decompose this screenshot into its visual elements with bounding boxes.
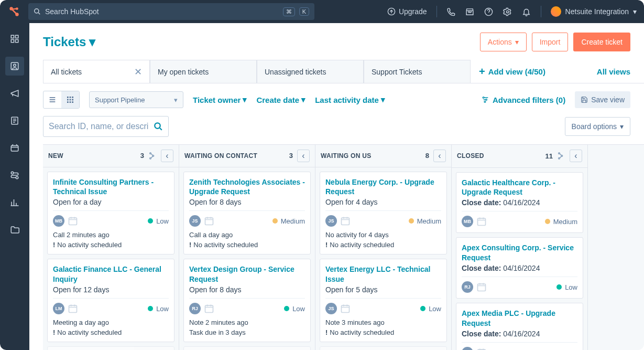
close-icon[interactable]: ✕ — [134, 66, 142, 78]
ticket-title[interactable]: Nebula Energy Corp. - Upgrade Request — [325, 177, 441, 197]
bell-icon[interactable] — [522, 7, 531, 16]
svg-point-32 — [150, 157, 151, 159]
priority-dot — [545, 219, 550, 224]
priority: Low — [420, 305, 441, 313]
nav-reporting-icon[interactable] — [5, 193, 24, 212]
calendar-icon[interactable] — [68, 303, 78, 314]
board-view-button[interactable] — [61, 91, 79, 108]
actions-button[interactable]: Actions▾ — [480, 33, 527, 51]
board-options-button[interactable]: Board options ▾ — [565, 117, 630, 136]
nav-content-icon[interactable] — [5, 111, 24, 130]
calendar-icon[interactable] — [340, 303, 351, 314]
save-view-button[interactable]: Save view — [575, 91, 630, 108]
upgrade-button[interactable]: Upgrade — [387, 7, 427, 16]
settings-icon[interactable] — [503, 7, 512, 16]
owner-avatar[interactable]: MB — [462, 216, 473, 227]
global-search[interactable]: ⌘ K — [28, 3, 314, 20]
import-button[interactable]: Import — [532, 33, 569, 51]
view-tab[interactable]: Unassigned tickets — [257, 60, 364, 83]
nav-library-icon[interactable] — [5, 220, 24, 239]
list-view-button[interactable] — [43, 91, 61, 108]
view-tab[interactable]: Support Tickets — [364, 60, 471, 83]
svg-point-15 — [11, 172, 14, 174]
owner-avatar[interactable]: JS — [325, 303, 337, 314]
create-date-filter[interactable]: Create date▾ — [256, 95, 305, 104]
last-activity-filter[interactable]: Last activity date▾ — [315, 95, 385, 104]
nav-automation-icon[interactable] — [5, 166, 24, 185]
ticket-card[interactable]: Galactic Manufacturing — [320, 346, 447, 350]
calendar-icon[interactable] — [68, 216, 78, 226]
calendar-icon[interactable] — [204, 216, 214, 226]
nav-commerce-icon[interactable] — [5, 139, 24, 157]
ticket-owner-filter[interactable]: Ticket owner▾ — [193, 95, 247, 104]
ticket-card[interactable]: Vertex Energy LLC - Technical IssueOpen … — [320, 259, 447, 342]
create-ticket-button[interactable]: Create ticket — [573, 33, 630, 51]
ticket-title[interactable]: Apex Media PLC - Upgrade Request — [462, 309, 577, 328]
owner-avatar[interactable]: RJ — [462, 281, 473, 293]
all-views-link[interactable]: All views — [597, 67, 630, 76]
ticket-card[interactable]: Galactic Finance LLC - General InquiryOp… — [47, 259, 174, 342]
page-title-dropdown[interactable]: Tickets ▾ — [43, 35, 95, 49]
account-menu[interactable]: Netsuite Integration ▾ — [551, 6, 637, 17]
calendar-icon[interactable] — [476, 347, 487, 350]
collapse-button[interactable]: ‹ — [433, 150, 446, 162]
ticket-title[interactable]: Apex Consulting Corp. - Service Request — [462, 243, 577, 263]
add-view-button[interactable]: +Add view (4/50) — [479, 66, 545, 78]
view-toggle — [43, 91, 80, 109]
owner-avatar[interactable]: MG — [462, 347, 473, 350]
column-count: 11 — [545, 152, 553, 160]
nav-bookmarks-icon[interactable] — [5, 29, 24, 48]
priority: Low — [148, 217, 169, 225]
marketplace-icon[interactable] — [465, 7, 475, 16]
advanced-filters-button[interactable]: Advanced filters (0) — [481, 96, 565, 104]
nav-crm-icon[interactable] — [5, 57, 24, 76]
calendar-icon[interactable] — [476, 282, 487, 292]
owner-avatar[interactable]: MB — [53, 215, 64, 227]
view-tab[interactable]: All tickets✕ — [43, 60, 150, 83]
ticket-card[interactable]: Vertex Design Group - Service RequestOpe… — [183, 259, 311, 342]
ticket-title[interactable]: Vertex Energy LLC - Technical Issue — [325, 264, 441, 284]
owner-avatar[interactable]: RJ — [189, 303, 201, 314]
ticket-card[interactable]: Nebula Energy Corp. - Upgrade RequestOpe… — [320, 172, 447, 255]
ticket-card[interactable]: Quantum Technologies Inc. - — [47, 346, 174, 350]
owner-avatar[interactable]: JS — [189, 215, 201, 227]
ticket-subtitle: Open for 5 days — [325, 285, 441, 294]
ticket-card[interactable]: Pioneer Energy Associates - — [183, 346, 311, 350]
ticket-title[interactable]: Galactic Finance LLC - General Inquiry — [53, 264, 169, 284]
calendar-icon[interactable] — [204, 303, 214, 314]
collapse-button[interactable]: ‹ — [297, 150, 310, 162]
board-search-input[interactable] — [49, 122, 148, 131]
ticket-card[interactable]: Galactic Healthcare Corp. - Upgrade Requ… — [456, 172, 583, 234]
ticket-card[interactable]: Apex Media PLC - Upgrade RequestClose da… — [456, 303, 583, 350]
nav-marketing-icon[interactable] — [5, 84, 24, 103]
ticket-card[interactable]: Infinite Consulting Partners - Technical… — [47, 172, 174, 255]
no-activity-scheduled: ! No activity scheduled — [189, 241, 305, 249]
no-activity-scheduled: ! No activity scheduled — [325, 241, 441, 249]
hubspot-logo-icon[interactable] — [7, 5, 21, 18]
ticket-title[interactable]: Zenith Technologies Associates - Upgrade… — [189, 177, 305, 197]
svg-rect-37 — [342, 218, 350, 225]
owner-avatar[interactable]: LM — [53, 303, 64, 314]
board-search[interactable] — [43, 116, 169, 137]
calendar-icon[interactable] — [340, 216, 351, 226]
collapse-button[interactable]: ‹ — [570, 150, 582, 162]
owner-avatar[interactable]: JS — [325, 215, 337, 227]
sort-icon[interactable] — [148, 152, 157, 160]
ticket-title[interactable]: Vertex Design Group - Service Request — [189, 264, 305, 284]
svg-rect-20 — [67, 99, 69, 101]
ticket-title[interactable]: Infinite Consulting Partners - Technical… — [53, 177, 169, 197]
ticket-card[interactable]: Apex Consulting Corp. - Service RequestC… — [456, 237, 583, 299]
view-tab[interactable]: My open tickets — [150, 60, 257, 83]
ticket-card[interactable]: Zenith Technologies Associates - Upgrade… — [183, 172, 311, 255]
help-icon[interactable] — [484, 7, 494, 16]
phone-icon[interactable] — [446, 7, 456, 16]
collapse-button[interactable]: ‹ — [161, 150, 173, 162]
pipeline-select[interactable]: Support Pipeline — [89, 91, 183, 108]
board-column: WAITING ON CONTACT3‹Zenith Technologies … — [179, 145, 315, 350]
last-activity: Call a day ago — [189, 231, 305, 239]
chevron-down-icon: ▾ — [620, 122, 624, 131]
calendar-icon[interactable] — [476, 216, 487, 227]
sort-icon[interactable] — [557, 152, 565, 160]
ticket-title[interactable]: Galactic Healthcare Corp. - Upgrade Requ… — [462, 178, 577, 198]
global-search-input[interactable] — [45, 7, 279, 16]
